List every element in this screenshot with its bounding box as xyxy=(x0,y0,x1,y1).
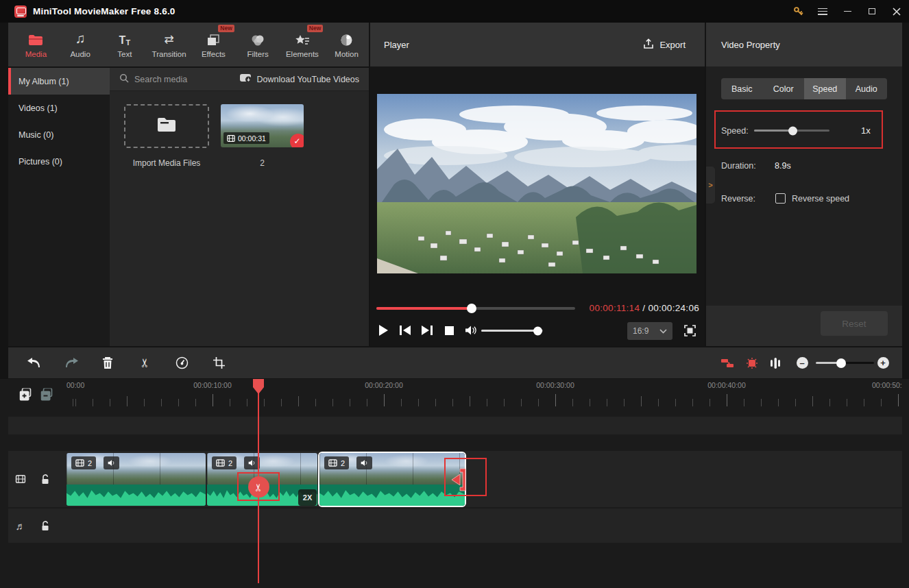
split-marker-icon[interactable] xyxy=(743,354,761,372)
volume-slider[interactable] xyxy=(481,330,543,332)
export-button[interactable]: Export xyxy=(643,38,686,51)
new-badge: New xyxy=(218,25,234,32)
film-icon xyxy=(328,458,337,467)
add-track-button[interactable] xyxy=(20,389,33,402)
clip-trim-handle[interactable] xyxy=(450,467,468,495)
media-folder-icon xyxy=(28,32,43,47)
clip-attach-icon[interactable] xyxy=(718,354,736,372)
import-media-dropzone[interactable] xyxy=(124,104,209,148)
collapse-panel-arrow[interactable]: > xyxy=(706,167,715,204)
tab-color[interactable]: Color xyxy=(763,78,805,99)
previous-frame-button[interactable] xyxy=(399,324,411,336)
tab-label: Speed xyxy=(812,84,837,94)
next-frame-button[interactable] xyxy=(421,324,433,336)
media-thumbnail[interactable]: 00:00:31 ✓ xyxy=(221,104,304,147)
tab-label: Text xyxy=(117,50,132,58)
film-icon xyxy=(216,458,225,467)
timeline-zoom-in-button[interactable]: + xyxy=(874,354,892,372)
tab-media[interactable]: Media xyxy=(14,25,58,64)
tab-label: Transition xyxy=(152,50,186,58)
album-sidebar: My Album (1) Videos (1) Music (0) Pictur… xyxy=(8,68,110,346)
ribbon-tab-bar: Media ♫ Audio TT Text ⇄ Transition New E… xyxy=(8,23,369,66)
total-time: 00:00:24:06 xyxy=(648,303,699,313)
delete-button[interactable] xyxy=(99,354,117,372)
maximize-button[interactable] xyxy=(860,0,884,23)
aspect-ratio-select[interactable]: 16:9 xyxy=(627,322,672,340)
collapse-glyph: > xyxy=(708,181,712,189)
tab-audio[interactable]: Audio xyxy=(846,78,888,99)
fullscreen-button[interactable] xyxy=(684,325,696,339)
motion-sphere-icon xyxy=(340,32,353,47)
play-button[interactable] xyxy=(377,324,389,336)
tab-motion[interactable]: Motion xyxy=(324,25,369,64)
tab-elements[interactable]: New Elements xyxy=(280,25,325,64)
split-scissors-button[interactable]: ✂ xyxy=(136,354,154,372)
speaker-icon xyxy=(108,459,116,467)
ruler-ticks xyxy=(66,389,909,406)
tab-label: Basic xyxy=(731,84,753,94)
menu-icon[interactable] xyxy=(810,0,835,23)
redo-button[interactable] xyxy=(63,354,81,372)
timeline-zoom-thumb[interactable] xyxy=(836,358,846,368)
audio-track-lock-icon[interactable] xyxy=(40,520,50,531)
clip-info-badge: 2 xyxy=(324,456,349,469)
speed-fill xyxy=(754,130,793,132)
remove-track-button[interactable] xyxy=(41,389,54,402)
sidebar-item-music[interactable]: Music (0) xyxy=(8,121,110,148)
aspect-ratio-value: 16:9 xyxy=(633,326,649,336)
download-youtube-label: Download YouTube Videos xyxy=(257,75,359,84)
transport-controls xyxy=(377,324,477,336)
tab-label: Audio xyxy=(70,50,90,58)
tracks-view-icon[interactable] xyxy=(766,354,784,372)
seek-fill xyxy=(376,307,472,310)
stop-button[interactable] xyxy=(443,324,455,336)
tab-text[interactable]: TT Text xyxy=(103,25,147,64)
timeline-clip-3-selected[interactable]: 2 xyxy=(319,453,465,506)
folder-icon xyxy=(156,117,177,136)
player-panel: 00:00:11:14 / 00:00:24:06 xyxy=(370,66,705,346)
speed-thumb[interactable] xyxy=(788,126,797,135)
volume-icon[interactable] xyxy=(465,324,477,336)
selected-check-icon: ✓ xyxy=(290,134,304,147)
tab-filters[interactable]: Filters xyxy=(236,25,280,64)
video-preview xyxy=(377,94,696,273)
reverse-speed-checkbox[interactable] xyxy=(775,193,786,204)
timeline-zoom-out-button[interactable]: – xyxy=(793,354,811,372)
sidebar-item-pictures[interactable]: Pictures (0) xyxy=(8,148,110,175)
tab-audio[interactable]: ♫ Audio xyxy=(58,25,103,64)
undo-button[interactable] xyxy=(25,354,43,372)
tab-label: Filters xyxy=(247,50,268,58)
split-clip-scissors-button[interactable]: ✂ xyxy=(248,476,269,498)
reset-button[interactable]: Reset xyxy=(821,311,888,336)
timeline-zoom-slider[interactable] xyxy=(816,362,874,364)
timeline-toolbar: ✂ – + xyxy=(8,347,902,378)
speaker-icon xyxy=(361,459,369,467)
sidebar-item-my-album[interactable]: My Album (1) xyxy=(8,68,110,95)
clip-name: 2 xyxy=(88,459,92,467)
video-track-lock-icon[interactable] xyxy=(40,474,50,485)
minimize-button[interactable] xyxy=(835,0,860,23)
tab-basic[interactable]: Basic xyxy=(721,78,763,99)
tab-transition[interactable]: ⇄ Transition xyxy=(147,25,191,64)
crop-button[interactable] xyxy=(210,354,228,372)
sidebar-item-label: Videos (1) xyxy=(19,103,58,113)
speed-tool-button[interactable] xyxy=(173,354,191,372)
seek-bar[interactable] xyxy=(376,307,575,310)
tab-speed[interactable]: Speed xyxy=(804,78,846,99)
audio-note-icon: ♫ xyxy=(75,32,86,47)
search-input[interactable] xyxy=(134,75,237,84)
timeline-area: 00:00 00:00:10:00 00:00:20:00 00:00:30:0… xyxy=(0,379,909,588)
property-header: Video Property xyxy=(706,23,902,66)
download-youtube-button[interactable]: Download YouTube Videos xyxy=(240,74,359,85)
tab-label: Audio xyxy=(856,84,877,94)
tab-effects[interactable]: New Effects xyxy=(191,25,236,64)
volume-thumb[interactable] xyxy=(533,326,542,335)
close-button[interactable] xyxy=(884,0,909,23)
license-key-icon[interactable] xyxy=(786,0,810,23)
tab-label: Color xyxy=(773,84,794,94)
timeline-clip-1[interactable]: 2 xyxy=(66,453,206,506)
speed-slider[interactable] xyxy=(754,130,829,132)
tab-label: Elements xyxy=(286,50,319,58)
seek-thumb[interactable] xyxy=(467,304,476,313)
sidebar-item-videos[interactable]: Videos (1) xyxy=(8,95,110,121)
